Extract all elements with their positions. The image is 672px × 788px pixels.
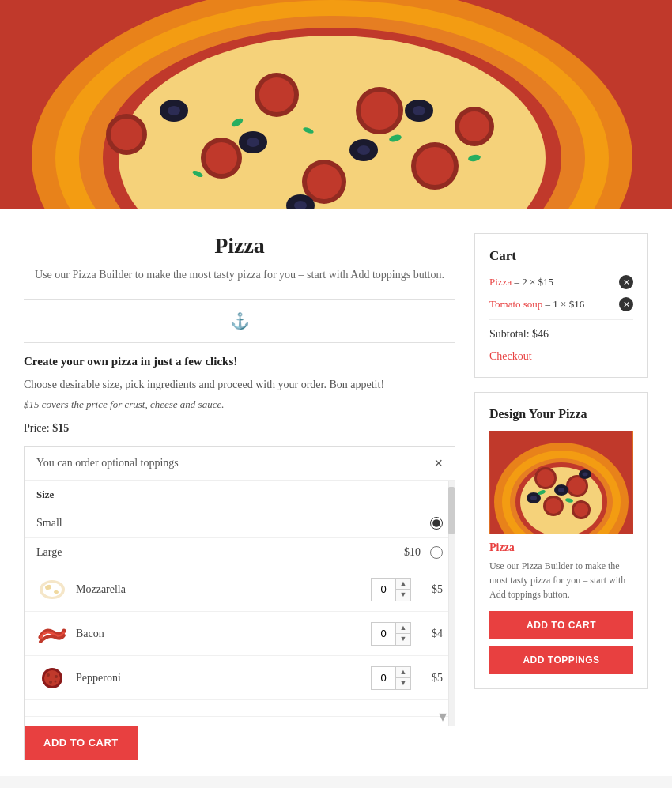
pepperoni-qty-down[interactable]: ▼ — [396, 678, 410, 689]
svg-point-52 — [537, 469, 554, 487]
left-section: Pizza Use our Pizza Builder to make the … — [24, 233, 455, 760]
pepperoni-qty-control: ▲ ▼ — [371, 666, 411, 690]
svg-point-36 — [43, 583, 62, 597]
svg-point-23 — [357, 145, 370, 155]
design-box: Design Your Pizza — [474, 392, 648, 689]
svg-point-41 — [47, 673, 50, 677]
svg-point-19 — [459, 111, 489, 141]
cart-remove-tomato-button[interactable]: ✕ — [619, 297, 633, 311]
subtotal-value: $46 — [532, 328, 549, 340]
svg-point-42 — [55, 675, 58, 678]
cart-item-tomato: Tomato soup – 1 × $16 ✕ — [489, 297, 633, 311]
pepperoni-qty-input[interactable] — [372, 667, 395, 689]
toppings-content: Size Small Large $10 — [25, 481, 455, 726]
mozzarella-qty-down[interactable]: ▼ — [396, 590, 410, 601]
svg-point-43 — [49, 681, 52, 684]
cart-remove-pizza-button[interactable]: ✕ — [619, 275, 633, 289]
bacon-qty-down[interactable]: ▼ — [396, 634, 410, 645]
svg-point-25 — [168, 106, 180, 115]
cart-item-tomato-qty: – 1 × $16 — [546, 298, 585, 310]
toppings-header: You can order optional toppings × — [25, 447, 455, 481]
cart-divider — [489, 319, 633, 320]
mozzarella-qty-up[interactable]: ▲ — [396, 579, 410, 590]
pepperoni-qty-up[interactable]: ▲ — [396, 667, 410, 678]
add-to-cart-button[interactable]: ADD TO CART — [25, 726, 138, 760]
pepperoni-qty-buttons: ▲ ▼ — [395, 667, 410, 689]
cart-box: Cart Pizza – 2 × $15 ✕ Tomato soup – 1 ×… — [474, 233, 648, 378]
svg-point-9 — [361, 92, 398, 130]
mozzarella-name: Mozzarella — [76, 583, 363, 596]
size-section: Size — [25, 481, 455, 509]
svg-point-40 — [44, 670, 60, 686]
design-add-toppings-button[interactable]: ADD TOPPINGS — [489, 646, 633, 674]
main-content: Pizza Use our Pizza Builder to make the … — [0, 209, 672, 776]
cart-item-tomato-name: Tomato soup — [489, 298, 542, 310]
svg-point-11 — [206, 142, 237, 174]
bacon-qty-up[interactable]: ▲ — [396, 623, 410, 634]
size-section-label: Size — [36, 488, 443, 501]
svg-point-13 — [307, 164, 342, 199]
hero-image — [0, 0, 672, 209]
page-subtitle: Use our Pizza Builder to make the most t… — [24, 266, 455, 283]
cart-item-tomato-text: Tomato soup – 1 × $16 — [489, 298, 584, 311]
size-row-small: Small — [25, 509, 455, 538]
size-small-radio[interactable] — [430, 517, 443, 530]
section-text: Choose desirable size, pick ingredients … — [24, 376, 455, 394]
design-pizza-desc: Use our Pizza Builder to make the most t… — [489, 559, 633, 601]
price-value: $15 — [52, 422, 69, 434]
bacon-price: $4 — [419, 628, 443, 640]
bacon-qty-control: ▲ ▼ — [371, 622, 411, 646]
divider2 — [24, 342, 455, 343]
toppings-box: You can order optional toppings × Size S… — [24, 446, 455, 760]
price-label: Price: — [24, 422, 50, 434]
svg-point-54 — [568, 477, 586, 495]
page-wrapper: Pizza Use our Pizza Builder to make the … — [0, 0, 672, 776]
right-section: Cart Pizza – 2 × $15 ✕ Tomato soup – 1 ×… — [474, 233, 648, 760]
design-pizza-image — [489, 431, 633, 534]
pepperoni-icon — [36, 664, 68, 692]
mozzarella-qty-control: ▲ ▼ — [371, 578, 411, 601]
svg-point-62 — [530, 496, 537, 500]
close-toppings-button[interactable]: × — [434, 456, 443, 470]
svg-point-44 — [55, 680, 57, 682]
topping-row-extra — [25, 700, 455, 717]
anchor-icon: ⚓ — [24, 311, 455, 330]
cart-item-pizza: Pizza – 2 × $15 ✕ — [489, 275, 633, 289]
size-large-price: $10 — [404, 546, 421, 559]
cart-item-pizza-name: Pizza — [489, 276, 512, 288]
checkout-link[interactable]: Checkout — [489, 350, 532, 362]
page-title: Pizza — [24, 233, 455, 258]
svg-point-21 — [247, 138, 259, 147]
cart-subtotal: Subtotal: $46 — [489, 328, 633, 341]
bacon-icon — [36, 620, 68, 647]
toppings-header-text: You can order optional toppings — [36, 457, 179, 469]
section-heading: Create your own pizza in just a few clic… — [24, 355, 455, 368]
design-add-to-cart-button[interactable]: ADD TO CART — [489, 611, 633, 639]
bacon-qty-input[interactable] — [372, 623, 395, 645]
mozzarella-icon — [36, 575, 68, 603]
svg-point-15 — [416, 147, 454, 185]
design-title: Design Your Pizza — [489, 407, 633, 421]
mozzarella-qty-input[interactable] — [372, 579, 395, 601]
price-line: Price: $15 — [24, 422, 455, 435]
size-small-label: Small — [36, 517, 62, 530]
scrollbar-track — [448, 481, 455, 726]
cart-item-pizza-qty: – 2 × $15 — [514, 276, 553, 288]
subtotal-label: Subtotal: — [489, 328, 530, 340]
cart-item-pizza-text: Pizza – 2 × $15 — [489, 276, 553, 288]
scrollbar-thumb — [448, 487, 455, 534]
svg-point-60 — [558, 488, 564, 492]
topping-row-mozzarella: Mozzarella ▲ ▼ $5 — [25, 567, 455, 612]
design-pizza-name: Pizza — [489, 541, 633, 554]
svg-point-17 — [111, 119, 142, 150]
bacon-name: Bacon — [76, 628, 363, 640]
topping-row-bacon: Bacon ▲ ▼ $4 — [25, 612, 455, 656]
cart-title: Cart — [489, 248, 633, 264]
toppings-scroll[interactable]: Size Small Large $10 — [25, 481, 455, 726]
divider — [24, 299, 455, 300]
svg-point-7 — [259, 77, 294, 112]
topping-row-pepperoni: Pepperoni ▲ ▼ $5 — [25, 656, 455, 700]
pepperoni-name: Pepperoni — [76, 672, 363, 684]
size-large-radio[interactable] — [430, 546, 443, 559]
size-small-right — [430, 517, 443, 530]
